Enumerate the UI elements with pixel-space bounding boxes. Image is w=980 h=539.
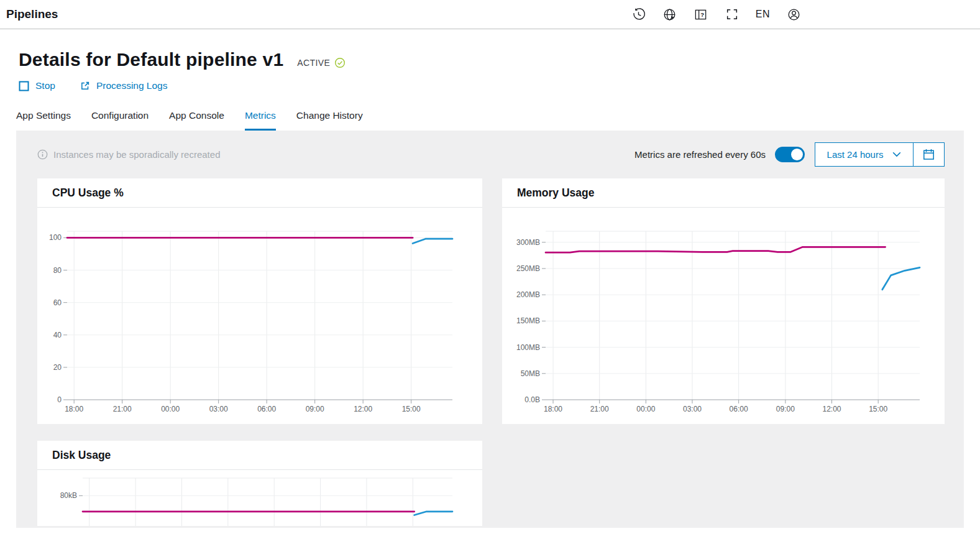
instances-notice-text: Instances may be sporadically recreated	[53, 149, 220, 160]
svg-text:15:00: 15:00	[402, 405, 421, 413]
info-icon	[37, 149, 48, 160]
svg-text:0: 0	[57, 395, 62, 404]
page-title: Details for Default pipeline v1	[19, 49, 283, 70]
svg-text:00:00: 00:00	[636, 405, 655, 413]
svg-text:06:00: 06:00	[730, 405, 748, 413]
charts-row-bottom: Disk Usage 18:0021:0000:0003:0006:0009:0…	[37, 441, 945, 526]
svg-text:06:00: 06:00	[257, 405, 276, 413]
svg-text:09:00: 09:00	[776, 405, 795, 413]
calendar-icon	[922, 148, 935, 161]
external-link-icon	[80, 81, 90, 91]
svg-text:250MB: 250MB	[516, 264, 540, 273]
time-range-value: Last 24 hours	[827, 149, 884, 160]
svg-text:80kB: 80kB	[60, 491, 77, 500]
cpu-usage-title: CPU Usage %	[37, 178, 482, 208]
svg-text:100: 100	[49, 233, 62, 242]
svg-text:20: 20	[53, 363, 62, 372]
tab-app-settings[interactable]: App Settings	[16, 110, 71, 131]
app-title: Pipelines	[6, 7, 58, 21]
stop-button[interactable]: Stop	[19, 80, 55, 91]
chevron-down-icon	[892, 152, 901, 157]
svg-text:100MB: 100MB	[516, 343, 540, 352]
cpu-usage-chart: 18:0021:0000:0003:0006:0009:0012:0015:00…	[37, 208, 482, 424]
stop-label: Stop	[35, 80, 55, 91]
page-head: Details for Default pipeline v1 ACTIVE	[19, 49, 980, 70]
svg-text:60: 60	[53, 298, 62, 307]
toggle-knob	[791, 149, 803, 160]
refresh-toggle[interactable]	[775, 147, 805, 162]
tab-app-console[interactable]: App Console	[169, 110, 224, 131]
tab-change-history[interactable]: Change History	[296, 110, 363, 131]
svg-text:80: 80	[53, 266, 62, 275]
processing-logs-label: Processing Logs	[96, 80, 168, 91]
stop-icon	[19, 81, 29, 91]
status-label: ACTIVE	[297, 58, 330, 68]
topbar-icon-group: ? EN	[631, 7, 801, 22]
metrics-panel: Instances may be sporadically recreated …	[16, 131, 964, 528]
time-range-dropdown[interactable]: Last 24 hours	[815, 143, 914, 166]
memory-usage-title: Memory Usage	[502, 178, 945, 208]
status-badge: ACTIVE	[297, 57, 346, 68]
panel-controls-row: Instances may be sporadically recreated …	[37, 142, 945, 167]
disk-usage-title: Disk Usage	[37, 441, 482, 470]
charts-row-top: CPU Usage % 18:0021:0000:0003:0006:0009:…	[37, 178, 945, 424]
svg-text:03:00: 03:00	[209, 405, 228, 413]
help-manual-icon[interactable]: ?	[694, 7, 708, 22]
refresh-controls: Metrics are refreshed every 60s Last 24 …	[634, 142, 945, 167]
disk-usage-card: Disk Usage 18:0021:0000:0003:0006:0009:0…	[37, 441, 482, 526]
memory-usage-card: Memory Usage 18:0021:0000:0003:0006:0009…	[502, 178, 945, 424]
svg-text:18:00: 18:00	[65, 405, 83, 413]
svg-text:50MB: 50MB	[521, 369, 540, 378]
svg-text:?: ?	[700, 11, 704, 18]
globe-icon[interactable]	[662, 7, 677, 22]
tab-metrics[interactable]: Metrics	[245, 110, 276, 131]
svg-text:12:00: 12:00	[823, 405, 841, 413]
cpu-usage-card: CPU Usage % 18:0021:0000:0003:0006:0009:…	[37, 178, 482, 424]
tab-configuration[interactable]: Configuration	[91, 110, 149, 131]
svg-text:12:00: 12:00	[354, 405, 372, 413]
instances-notice: Instances may be sporadically recreated	[37, 149, 220, 160]
status-check-icon	[334, 57, 346, 68]
svg-text:300MB: 300MB	[516, 238, 540, 247]
page-actions: Stop Processing Logs	[19, 80, 980, 91]
language-selector[interactable]: EN	[756, 9, 770, 20]
history-icon[interactable]	[631, 7, 646, 22]
svg-text:00:00: 00:00	[161, 405, 180, 413]
svg-text:40: 40	[53, 331, 62, 339]
time-range-control: Last 24 hours	[815, 142, 945, 167]
svg-text:200MB: 200MB	[516, 290, 540, 299]
svg-text:09:00: 09:00	[306, 405, 324, 413]
tab-bar: App Settings Configuration App Console M…	[16, 110, 980, 131]
svg-text:150MB: 150MB	[516, 316, 540, 325]
svg-text:15:00: 15:00	[869, 405, 887, 413]
disk-usage-chart: 18:0021:0000:0003:0006:0009:0012:0015:00…	[37, 470, 482, 526]
calendar-button[interactable]	[914, 143, 944, 166]
svg-text:21:00: 21:00	[590, 405, 609, 413]
svg-text:03:00: 03:00	[683, 405, 702, 413]
processing-logs-link[interactable]: Processing Logs	[80, 80, 168, 91]
refresh-label: Metrics are refreshed every 60s	[634, 149, 766, 160]
user-icon[interactable]	[786, 7, 801, 22]
svg-text:21:00: 21:00	[113, 405, 132, 413]
svg-text:0.0B: 0.0B	[524, 395, 540, 404]
svg-text:18:00: 18:00	[544, 405, 562, 413]
fullscreen-icon[interactable]	[725, 7, 740, 22]
memory-usage-chart: 18:0021:0000:0003:0006:0009:0012:0015:00…	[502, 208, 945, 424]
top-bar: Pipelines ?	[0, 0, 980, 29]
